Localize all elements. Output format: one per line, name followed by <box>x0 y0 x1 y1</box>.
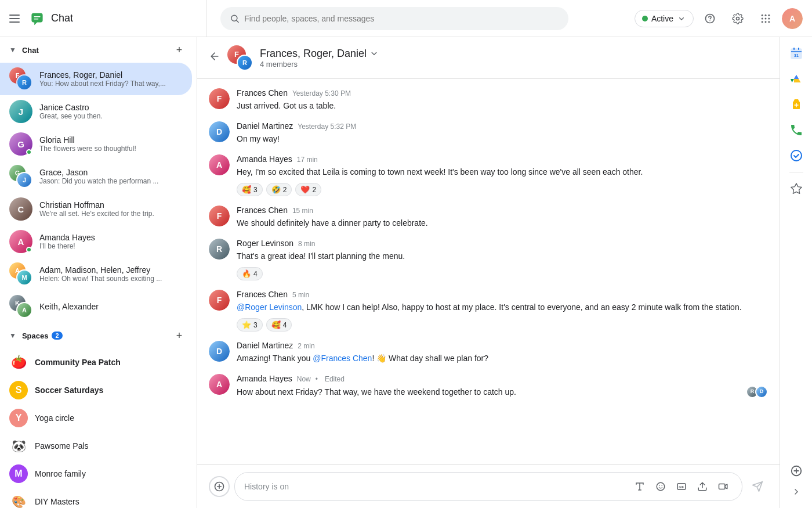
svg-point-5 <box>765 14 767 16</box>
calendar-icon-button[interactable]: 31 <box>785 42 808 65</box>
msg-avatar-frances3: F <box>209 290 230 311</box>
chat-item-grace-jason[interactable]: G J Grace, Jason Jason: Did you watch th… <box>0 160 192 193</box>
svg-point-3 <box>709 20 710 21</box>
spaces-chevron-icon: ▼ <box>9 332 16 340</box>
online-indicator <box>26 149 32 155</box>
chat-item-name: Christian Hoffman <box>39 200 183 210</box>
chat-item-amanda-hayes[interactable]: A Amanda Hayes I'll be there! <box>0 225 192 258</box>
reaction-item[interactable]: 🔥4 <box>237 267 263 280</box>
chat-avatar-group: F R <box>9 67 32 91</box>
active-status-button[interactable]: Active <box>635 10 694 27</box>
apps-button[interactable] <box>754 7 777 30</box>
msg-text: @Roger Levinson, LMK how I can help! Als… <box>237 301 768 314</box>
chat-item-info: Gloria Hill The flowers were so thoughtf… <box>39 135 183 153</box>
chat-avatar-gloria: G <box>9 132 32 156</box>
add-apps-button[interactable] <box>785 459 808 482</box>
search-bar[interactable] <box>220 7 568 30</box>
chat-item-christian-hoffman[interactable]: C Christian Hoffman We're all set. He's … <box>0 193 192 225</box>
svg-text:GIF: GIF <box>679 485 684 489</box>
mention-frances[interactable]: @Frances Chen <box>313 354 372 363</box>
reaction-item[interactable]: ❤️2 <box>295 183 321 196</box>
message-input-box[interactable]: History is on <box>234 472 742 501</box>
format-text-button[interactable] <box>630 477 649 496</box>
space-item-yoga-circle[interactable]: Y Yoga circle <box>0 404 192 432</box>
chat-item-gloria-hill[interactable]: G Gloria Hill The flowers were so though… <box>0 128 192 160</box>
msg-time: 5 min <box>292 291 309 299</box>
star-icon-button[interactable] <box>785 177 808 200</box>
space-item-community-pea-patch[interactable]: 🍅 Community Pea Patch <box>0 348 192 376</box>
hamburger-button[interactable] <box>9 12 23 26</box>
keep-icon-button[interactable] <box>785 93 808 116</box>
upload-button[interactable] <box>693 477 712 496</box>
back-button[interactable] <box>209 51 220 65</box>
msg-time: Yesterday 5:32 PM <box>298 123 356 131</box>
header-avatar-group: F R <box>227 45 253 71</box>
msg-sender-name: Daniel Martinez <box>237 121 293 131</box>
space-item-diy-masters[interactable]: 🎨 DIY Masters <box>0 488 192 508</box>
msg-header: Frances Chen 15 min <box>237 206 768 215</box>
msg-text: Just arrived. Got us a table. <box>237 100 768 112</box>
chat-avatar-amanda: A <box>9 230 32 253</box>
svg-point-16 <box>662 485 663 487</box>
chat-item-janice-castro[interactable]: J Janice Castro Great, see you then. <box>0 95 192 128</box>
user-avatar[interactable]: A <box>782 8 803 29</box>
send-button[interactable] <box>747 476 768 497</box>
expand-panel-button[interactable] <box>789 485 803 499</box>
chat-header-members: 4 members <box>260 60 768 69</box>
chat-item-preview: The flowers were so thoughtful! <box>39 145 183 153</box>
gif-button[interactable]: GIF <box>672 477 691 496</box>
chat-section-header[interactable]: ▼ Chat + <box>0 37 197 63</box>
msg-avatar-daniel: D <box>209 121 230 142</box>
svg-point-11 <box>765 21 767 23</box>
message-frances-2: F Frances Chen 15 min We should definite… <box>209 206 768 229</box>
tasks-icon-button[interactable] <box>785 144 808 167</box>
chat-header-name[interactable]: Frances, Roger, Daniel <box>260 48 768 60</box>
msg-avatar-amanda: A <box>209 154 230 175</box>
space-item-pawsome-pals[interactable]: 🐼 Pawsome Pals <box>0 432 192 460</box>
chat-item-frances-roger-daniel[interactable]: F R Frances, Roger, Daniel You: How abou… <box>0 63 192 95</box>
help-button[interactable] <box>698 7 722 30</box>
chat-item-adam-group[interactable]: A M Adam, Madison, Helen, Jeffrey Helen:… <box>0 258 192 290</box>
video-call-button[interactable] <box>714 477 733 496</box>
chat-item-keith-alexander[interactable]: K A Keith, Alexander <box>0 290 192 323</box>
chat-item-preview: I'll be there! <box>39 242 183 250</box>
msg-content: Daniel Martinez 2 min Amazing! Thank you… <box>237 341 768 365</box>
active-label: Active <box>651 14 673 23</box>
chat-header: F R Frances, Roger, Daniel 4 members <box>197 37 780 79</box>
settings-button[interactable] <box>726 7 749 30</box>
mention-roger[interactable]: @Roger Levinson <box>237 302 302 312</box>
msg-avatar-daniel2: D <box>209 341 230 362</box>
msg-sender-name: Amanda Hayes <box>237 374 292 383</box>
message-amanda-1: A Amanda Hayes 17 min Hey, I'm so excite… <box>209 154 768 196</box>
msg-content: Amanda Hayes 17 min Hey, I'm so excited … <box>237 154 768 196</box>
reaction-item[interactable]: 🥰3 <box>237 183 263 196</box>
spaces-section-header[interactable]: ▼ Spaces 2 + <box>0 323 197 348</box>
reaction-item[interactable]: ⭐3 <box>237 318 263 332</box>
settings-icon <box>732 13 744 24</box>
add-to-message-button[interactable] <box>209 476 230 497</box>
emoji-button[interactable] <box>651 477 670 496</box>
space-name: Yoga circle <box>35 413 74 423</box>
add-chat-button[interactable]: + <box>171 42 187 58</box>
svg-point-12 <box>768 21 770 23</box>
input-placeholder: History is on <box>244 482 289 491</box>
svg-point-9 <box>768 17 770 19</box>
svg-point-6 <box>768 14 770 16</box>
drive-icon-button[interactable] <box>785 67 808 91</box>
sidebar: ▼ Chat + F R F <box>0 37 197 508</box>
space-name: Community Pea Patch <box>35 358 121 367</box>
msg-sender-name: Frances Chen <box>237 206 288 215</box>
search-input[interactable] <box>244 14 559 23</box>
reaction-item[interactable]: 🤣2 <box>266 183 292 196</box>
add-space-button[interactable]: + <box>171 327 187 344</box>
reaction-item[interactable]: 🥰4 <box>266 318 292 332</box>
space-item-monroe-family[interactable]: M Monroe family <box>0 460 192 488</box>
svg-point-4 <box>762 14 763 16</box>
msg-header: Frances Chen 5 min <box>237 290 768 299</box>
msg-avatar-frances2: F <box>209 206 230 226</box>
phone-icon-button[interactable] <box>785 118 808 142</box>
space-item-soccer-saturdays[interactable]: S Soccer Saturdays <box>0 376 192 404</box>
message-roger-1: R Roger Levinson 8 min That's a great id… <box>209 239 768 280</box>
input-area: History is on <box>197 464 780 508</box>
space-icon-monroe: M <box>9 464 28 483</box>
